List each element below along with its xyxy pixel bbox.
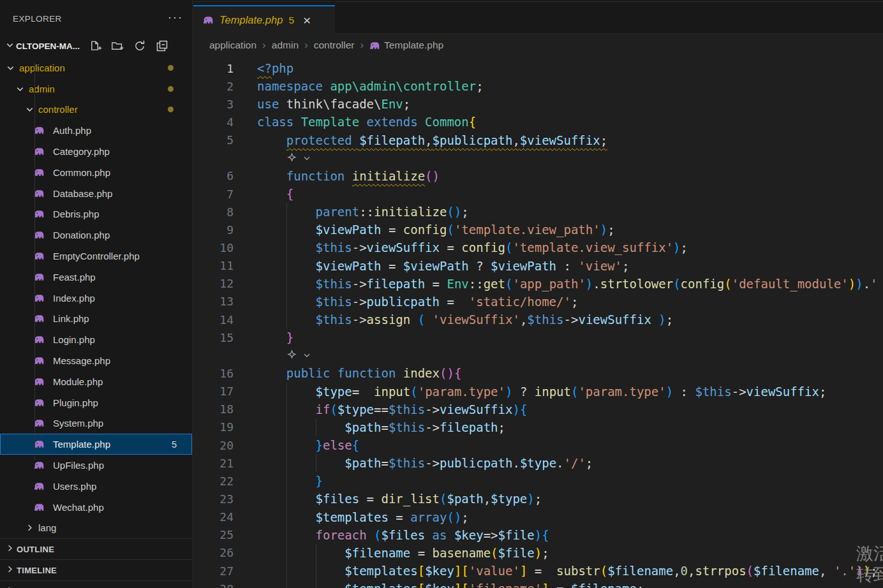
line-number: 22 xyxy=(193,474,257,488)
section-label: TIMELINE xyxy=(17,566,57,575)
widget-chevron-down-icon[interactable] xyxy=(302,154,311,163)
file-row-debris-php[interactable]: Debris.php xyxy=(0,204,192,225)
chevron-right-icon[interactable] xyxy=(24,523,34,533)
line-number: 11 xyxy=(193,259,257,272)
file-row-link-php[interactable]: Link.php xyxy=(0,309,192,330)
file-row-module-php[interactable]: Module.php xyxy=(0,371,192,392)
php-elephant-icon xyxy=(203,15,214,26)
explorer-header: EXPLORER ··· xyxy=(0,0,192,34)
breadcrumb-item-controller[interactable]: controller xyxy=(314,40,355,51)
git-modified-dot xyxy=(168,107,174,112)
collapse-all-icon[interactable] xyxy=(156,40,169,52)
breadcrumb-separator: › xyxy=(360,39,364,52)
code-action-sparkle-icon[interactable] xyxy=(286,348,297,362)
refresh-icon[interactable] xyxy=(133,40,147,52)
php-elephant-icon xyxy=(34,397,45,408)
file-row-category-php[interactable]: Category.php xyxy=(0,141,192,162)
code-line-8: 8 parent::initialize(); xyxy=(193,203,883,221)
code-editor[interactable]: 1<?php2namespace app\admin\controller;3u… xyxy=(193,57,883,588)
workspace-root-row[interactable]: CLTOPEN-MA... xyxy=(0,34,192,57)
php-elephant-icon xyxy=(34,209,45,219)
section-outline[interactable]: OUTLINE xyxy=(0,538,192,559)
chevron-right-icon[interactable] xyxy=(5,564,15,577)
indent-guide xyxy=(286,418,287,436)
indent-guide xyxy=(286,239,287,256)
breadcrumb-item-admin[interactable]: admin xyxy=(272,40,299,51)
editor-group: Template.php 5 × application›admin›contr… xyxy=(193,0,883,588)
file-row-auth-php[interactable]: Auth.php xyxy=(0,120,192,141)
close-icon[interactable]: × xyxy=(303,15,311,26)
file-row-emptycontroller-php[interactable]: EmptyController.php xyxy=(0,246,192,267)
item-label: admin xyxy=(29,84,55,94)
chevron-down-icon[interactable] xyxy=(15,84,25,94)
code-line-27: 27 $templates[$key]['value'] = substr($f… xyxy=(193,562,883,580)
file-row-message-php[interactable]: Message.php xyxy=(0,350,192,371)
chevron-right-icon[interactable] xyxy=(5,543,15,555)
breadcrumb-item-application[interactable]: application xyxy=(209,40,256,51)
new-folder-icon[interactable] xyxy=(111,40,124,52)
code-text: $this->viewSuffix = config('template.vie… xyxy=(257,240,688,254)
code-action-sparkle-icon[interactable] xyxy=(286,151,297,165)
folder-row-lang[interactable]: lang xyxy=(0,518,192,539)
indent-guide xyxy=(316,454,316,472)
chevron-right-icon[interactable] xyxy=(5,585,15,588)
file-row-wechat-php[interactable]: Wechat.php xyxy=(0,497,192,518)
indent-guide xyxy=(286,580,287,588)
php-elephant-icon xyxy=(34,293,45,304)
line-number: 16 xyxy=(193,367,257,380)
file-row-common-php[interactable]: Common.php xyxy=(0,162,192,183)
code-line-2: 2namespace app\admin\controller; xyxy=(193,77,883,95)
code-text: <?php xyxy=(257,61,293,75)
vscode-window: EXPLORER ··· CLTOPEN-MA... applicationad… xyxy=(0,0,883,588)
chevron-down-icon[interactable] xyxy=(5,62,15,73)
file-row-system-php[interactable]: System.php xyxy=(0,413,192,434)
explorer-actions xyxy=(89,40,169,52)
inline-widget-row xyxy=(193,346,883,364)
breadcrumb-file[interactable]: Template.php xyxy=(384,40,443,51)
chevron-down-icon[interactable] xyxy=(24,105,34,115)
item-label: Category.php xyxy=(53,146,110,157)
file-row-plugin-php[interactable]: Plugin.php xyxy=(0,392,192,413)
file-row-template-php[interactable]: Template.php5 xyxy=(0,434,192,455)
code-text: $templates[$key]['value'] = substr($file… xyxy=(257,564,878,578)
line-number: 15 xyxy=(193,331,257,344)
line-number: 3 xyxy=(193,98,257,111)
line-number: 7 xyxy=(193,187,257,201)
new-file-icon[interactable] xyxy=(89,40,102,52)
section-timeline[interactable]: TIMELINE xyxy=(0,559,192,580)
folder-row-admin[interactable]: admin xyxy=(0,78,192,99)
file-row-index-php[interactable]: Index.php xyxy=(0,288,192,309)
folder-row-application[interactable]: application xyxy=(0,57,192,78)
file-row-upfiles-php[interactable]: UpFiles.php xyxy=(0,455,192,476)
widget-chevron-down-icon[interactable] xyxy=(302,351,311,360)
indent-guide xyxy=(286,526,287,544)
chevron-down-icon[interactable] xyxy=(5,40,15,52)
php-elephant-icon xyxy=(34,272,45,283)
line-number: 5 xyxy=(193,133,257,147)
item-label: application xyxy=(19,62,65,73)
item-label: System.php xyxy=(53,418,103,429)
item-label: Index.php xyxy=(53,293,95,304)
folder-row-controller[interactable]: controller xyxy=(0,99,192,121)
code-line-4: 4class Template extends Common{ xyxy=(193,113,883,131)
code-line-25: 25 foreach ($files as $key=>$file){ xyxy=(193,526,883,544)
code-line-16: 16 public function index(){ xyxy=(193,364,883,382)
file-row-feast-php[interactable]: Feast.php xyxy=(0,267,192,288)
code-text: } xyxy=(257,474,323,488)
code-line-20: 20 }else{ xyxy=(193,436,883,454)
file-row-users-php[interactable]: Users.php xyxy=(0,476,192,497)
line-number: 28 xyxy=(193,582,257,588)
line-number: 18 xyxy=(193,402,257,416)
ellipsis-icon[interactable]: ··· xyxy=(168,14,183,20)
code-line-18: 18 if($type==$this->viewSuffix){ xyxy=(193,401,883,418)
php-elephant-icon xyxy=(34,313,45,324)
item-label: Common.php xyxy=(53,167,110,178)
indent-guide xyxy=(286,544,287,562)
file-row-donation-php[interactable]: Donation.php xyxy=(0,224,192,246)
file-row-database-php[interactable]: Database.php xyxy=(0,183,192,204)
tab-template-php[interactable]: Template.php 5 × xyxy=(193,5,335,34)
section-sonarlint-issue-locations[interactable]: SONARLINT ISSUE LOCATIONS xyxy=(0,580,192,588)
item-label: Debris.php xyxy=(53,209,100,219)
file-row-login-php[interactable]: Login.php xyxy=(0,329,192,350)
line-number: 4 xyxy=(193,115,257,129)
